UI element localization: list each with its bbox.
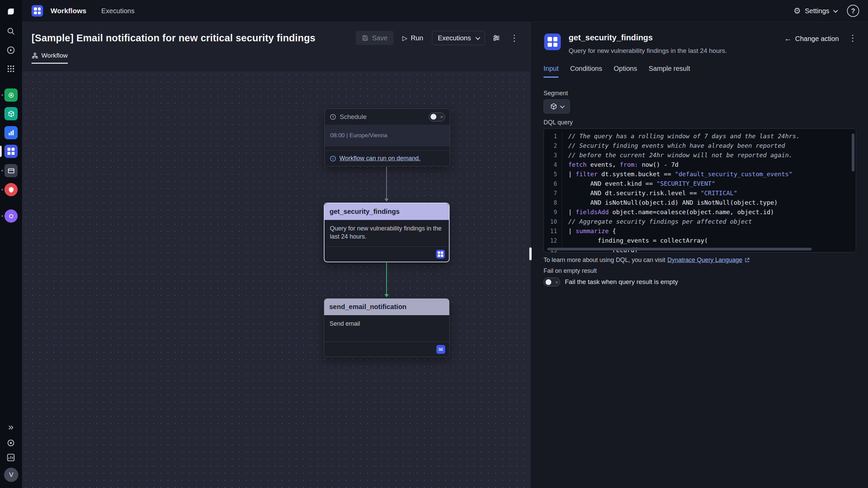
action-subtitle: Query for new vulnerability findings in … [569,47,727,55]
tab-input[interactable]: Input [544,65,558,78]
workflow-title: [Sample] Email notification for new crit… [32,33,315,44]
schedule-time: 08:00 | Europe/Vienna [325,125,450,146]
sidebar-app-1-icon[interactable] [4,88,18,102]
email-action-icon: ✉ [436,345,445,354]
help-button[interactable]: ? [847,5,859,17]
action-config-panel: get_security_findings Query for new vuln… [530,22,868,488]
edge-schedule-to-task1 [386,167,387,201]
left-rail: » V [0,0,22,488]
settings-label: Settings [805,7,829,15]
settings-menu[interactable]: ⚙ Settings [793,6,837,16]
info-icon [330,155,336,162]
nav-workflows[interactable]: Workflows [51,7,86,15]
task2-node-title: send_email_notification [324,299,449,315]
executions-dropdown[interactable]: Executions [432,31,485,45]
usage-chart-icon[interactable] [4,451,18,464]
top-bar: Workflows Executions ⚙ Settings ? [22,0,868,22]
schedule-toggle[interactable]: × [429,113,445,121]
sidebar-app-6-icon[interactable] [4,183,18,196]
search-icon[interactable] [4,24,18,38]
panel-tabs: Input Conditions Options Sample result [544,65,690,78]
tab-sample-result[interactable]: Sample result [649,65,690,78]
sitemap-icon [32,52,38,59]
tab-workflow[interactable]: Workflow [32,52,68,64]
sidebar-app-5-icon[interactable] [4,164,18,177]
fail-on-empty-toggle[interactable]: × [544,278,560,286]
clock-icon [330,114,336,120]
expand-rail-icon[interactable]: » [4,420,18,434]
panel-more-options-icon[interactable]: ⋮ [846,33,859,43]
dql-learn-more: To learn more about using DQL, you can v… [544,257,750,264]
dynatrace-logo-icon[interactable] [4,5,18,18]
chevron-down-icon [475,35,480,40]
dql-action-icon [436,250,445,259]
workflow-editor: [Sample] Email notification for new crit… [22,22,530,488]
pinned-dot [1,94,3,96]
pinned-dot [1,215,3,217]
dql-query-editor[interactable]: 1// The query has a rolling window of 7 … [544,128,856,252]
task1-node-description: Query for new vulnerability findings in … [324,220,449,246]
tab-options[interactable]: Options [614,65,637,78]
back-arrow-icon: ← [784,34,792,43]
dql-query-label: DQL query [544,119,573,126]
play-icon: ▷ [402,34,408,42]
segment-cube-icon [550,103,557,110]
chevron-down-icon [560,104,565,108]
user-avatar[interactable]: V [4,468,18,482]
sidebar-app-workflows-icon[interactable] [4,145,18,158]
more-options-icon[interactable]: ⋮ [508,33,521,43]
tab-conditions[interactable]: Conditions [570,65,602,78]
node-send-email-notification[interactable]: send_email_notification Send email ✉ [324,298,450,357]
play-circle-icon[interactable] [4,43,18,57]
dql-code-lines: 1// The query has a rolling window of 7 … [544,129,856,252]
edge-task1-to-task2 [386,263,387,297]
action-app-icon [544,34,561,50]
save-icon [362,35,369,41]
external-link-icon [744,257,750,263]
pinned-dot [1,170,3,171]
editor-horizontal-scrollbar[interactable] [547,248,812,250]
workflow-settings-icon[interactable] [490,32,502,44]
gear-icon: ⚙ [793,6,801,16]
action-title: get_security_findings [569,33,653,42]
node-get-security-findings[interactable]: get_security_findings Query for new vuln… [324,203,450,262]
dql-docs-link[interactable]: Dynatrace Query Language [667,257,742,264]
workflows-app-icon [32,5,43,17]
app-launcher-icon[interactable] [4,62,18,76]
nav-executions[interactable]: Executions [101,7,135,15]
schedule-node-title: Schedule [340,113,425,121]
task1-node-title: get_security_findings [324,203,449,220]
save-button[interactable]: Save [356,31,394,45]
chevron-down-icon [833,8,838,13]
editor-vertical-scrollbar[interactable] [852,134,854,171]
workflow-canvas[interactable]: Schedule × 08:00 | Europe/Vienna Workflo… [22,71,530,488]
run-on-demand-link[interactable]: Workflow can run on demand. [339,155,420,162]
sidebar-app-7-icon[interactable] [4,209,18,223]
fail-toggle-row: × Fail the task when query result is emp… [544,278,678,286]
workflow-toolbar: [Sample] Email notification for new crit… [22,22,530,64]
fail-toggle-description: Fail the task when query result is empty [565,278,678,286]
sidebar-app-3-icon[interactable] [4,126,18,139]
fail-on-empty-label: Fail on empty result [544,267,597,274]
segment-label: Segment [544,90,568,97]
segment-selector[interactable] [544,99,570,114]
node-schedule[interactable]: Schedule × 08:00 | Europe/Vienna Workflo… [324,108,450,166]
pinned-dot [1,189,3,190]
panel-resize-handle[interactable] [529,247,532,260]
change-action-button[interactable]: ← Change action [784,34,839,43]
task2-node-description: Send email [324,315,449,342]
active-app-indicator [0,146,2,157]
sidebar-app-2-icon[interactable] [4,107,18,120]
hub-icon[interactable] [4,436,18,450]
app-window: » V Workflows Executions ⚙ Settings ? [0,0,868,488]
run-button[interactable]: ▷ Run [399,31,427,45]
